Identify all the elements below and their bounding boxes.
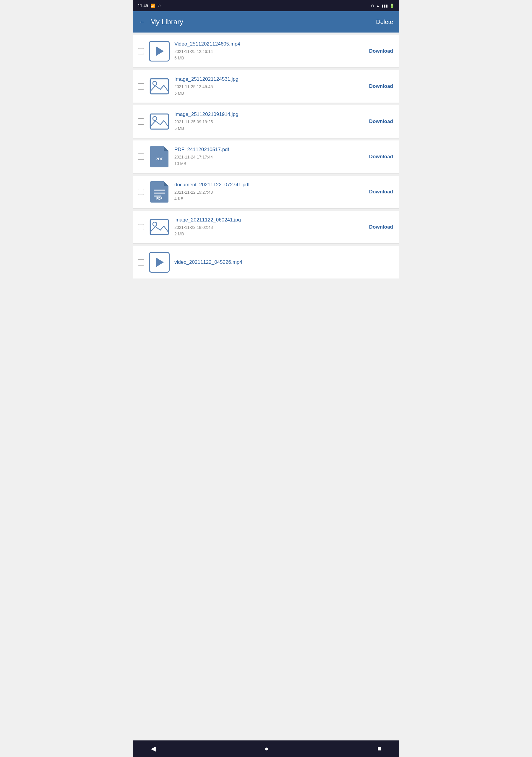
svg-point-1 xyxy=(153,81,157,85)
file-name: Image_25112021091914.jpg xyxy=(174,111,363,117)
file-name: Video_25112021124605.mp4 xyxy=(174,41,363,47)
app-header: ← My Library Delete xyxy=(133,11,399,33)
download-button-5[interactable]: Download xyxy=(368,187,394,197)
file-icon-image xyxy=(149,111,170,132)
file-name: Image_25112021124531.jpg xyxy=(174,76,363,82)
signal-icon: ▮▮▮ xyxy=(382,4,388,8)
list-item: PDF PDF_241120210517.pdf 2021-11-24 17:1… xyxy=(133,140,399,173)
file-date: 2021-11-24 17:17:4410 MB xyxy=(174,154,363,167)
status-bar-left: 11:45 📶 ⊙ xyxy=(138,3,161,8)
download-button-3[interactable]: Download xyxy=(368,116,394,127)
play-triangle-icon xyxy=(156,257,164,267)
file-date: 2021-11-22 18:02:482 MB xyxy=(174,224,363,237)
file-name: image_20211122_060241.jpg xyxy=(174,217,363,223)
file-icon-image xyxy=(149,217,170,237)
file-icon-image xyxy=(149,76,170,97)
file-info-3: Image_25112021091914.jpg 2021-11-25 09:1… xyxy=(174,111,363,132)
download-button-2[interactable]: Download xyxy=(368,81,394,92)
download-button-6[interactable]: Download xyxy=(368,222,394,232)
file-checkbox-7[interactable] xyxy=(138,259,144,265)
file-icon-pdf: PDF xyxy=(149,146,170,167)
file-info-5: document_20211122_072741.pdf 2021-11-22 … xyxy=(174,182,363,202)
page-title: My Library xyxy=(150,18,183,26)
file-checkbox-4[interactable] xyxy=(138,153,144,160)
image-icon xyxy=(149,76,169,96)
list-item: Video_25112021124605.mp4 2021-11-25 12:4… xyxy=(133,35,399,68)
status-bar: 11:45 📶 ⊙ ⊙ ▲ ▮▮▮ 🔋 xyxy=(133,0,399,11)
list-item: image_20211122_060241.jpg 2021-11-22 18:… xyxy=(133,211,399,244)
file-name: video_20211122_045226.mp4 xyxy=(174,259,394,265)
location-icon: ⊙ xyxy=(371,4,374,8)
download-button-4[interactable]: Download xyxy=(368,151,394,162)
video-icon xyxy=(149,41,170,62)
file-info-1: Video_25112021124605.mp4 2021-11-25 12:4… xyxy=(174,41,363,62)
svg-text:PDF: PDF xyxy=(156,157,163,161)
svg-text:PDF: PDF xyxy=(156,197,162,200)
file-checkbox-6[interactable] xyxy=(138,224,144,230)
list-item-partial: video_20211122_045226.mp4 xyxy=(133,246,399,279)
header-left: ← My Library xyxy=(139,18,183,26)
list-item: Image_25112021124531.jpg 2021-11-25 12:4… xyxy=(133,70,399,103)
file-checkbox-2[interactable] xyxy=(138,83,144,90)
wifi-icon: ▲ xyxy=(376,4,380,8)
file-icon-video-partial xyxy=(149,252,170,273)
play-triangle-icon xyxy=(156,46,164,56)
list-item: Image_25112021091914.jpg 2021-11-25 09:1… xyxy=(133,105,399,138)
file-checkbox-5[interactable] xyxy=(138,189,144,195)
record-icon: ⊙ xyxy=(158,4,161,8)
file-info-4: PDF_241120210517.pdf 2021-11-24 17:17:44… xyxy=(174,147,363,167)
file-date: 2021-11-25 12:45:455 MB xyxy=(174,83,363,97)
image-icon xyxy=(149,217,169,237)
file-name: PDF_241120210517.pdf xyxy=(174,147,363,153)
pdf-icon: PDF xyxy=(150,181,168,202)
svg-rect-2 xyxy=(150,114,168,129)
file-list: Video_25112021124605.mp4 2021-11-25 12:4… xyxy=(133,33,399,281)
svg-point-10 xyxy=(153,222,157,226)
svg-point-3 xyxy=(153,116,157,121)
file-info-partial: video_20211122_045226.mp4 xyxy=(174,259,394,265)
sim-icon: 📶 xyxy=(150,4,155,8)
time-display: 11:45 xyxy=(138,3,148,8)
status-bar-right: ⊙ ▲ ▮▮▮ 🔋 xyxy=(371,4,394,8)
file-date: 2021-11-25 09:19:255 MB xyxy=(174,119,363,132)
file-date: 2021-11-22 19:27:434 KB xyxy=(174,189,363,202)
file-date: 2021-11-25 12:46:146 MB xyxy=(174,48,363,62)
image-icon xyxy=(149,111,169,132)
svg-rect-0 xyxy=(150,79,168,94)
download-button-1[interactable]: Download xyxy=(368,46,394,56)
file-info-6: image_20211122_060241.jpg 2021-11-22 18:… xyxy=(174,217,363,237)
battery-icon: 🔋 xyxy=(390,4,394,8)
video-icon xyxy=(149,252,170,273)
file-name: document_20211122_072741.pdf xyxy=(174,182,363,188)
file-icon-video xyxy=(149,41,170,62)
delete-button[interactable]: Delete xyxy=(376,19,393,25)
file-checkbox-3[interactable] xyxy=(138,118,144,125)
back-button[interactable]: ← xyxy=(139,18,145,26)
file-icon-pdf: PDF xyxy=(149,182,170,202)
file-checkbox-1[interactable] xyxy=(138,48,144,54)
list-item: PDF document_20211122_072741.pdf 2021-11… xyxy=(133,176,399,208)
svg-rect-9 xyxy=(150,220,168,235)
pdf-icon: PDF xyxy=(150,146,168,167)
file-info-2: Image_25112021124531.jpg 2021-11-25 12:4… xyxy=(174,76,363,97)
